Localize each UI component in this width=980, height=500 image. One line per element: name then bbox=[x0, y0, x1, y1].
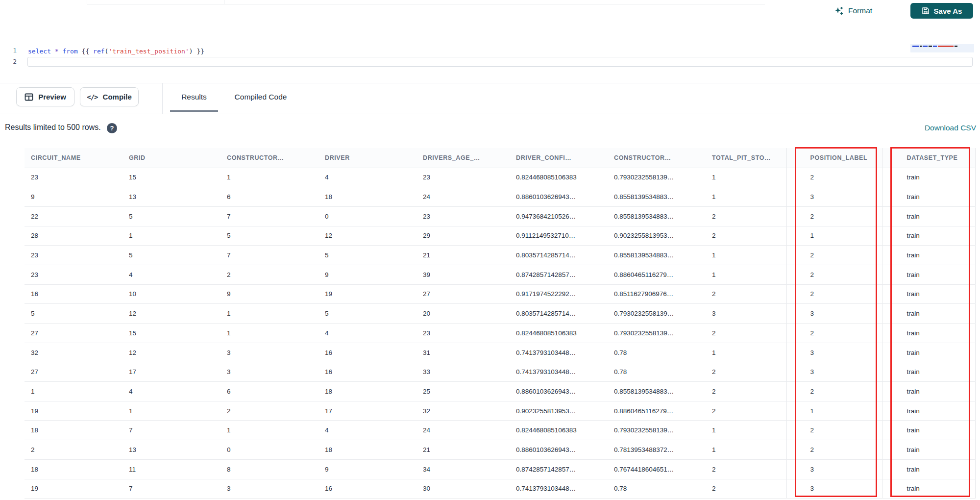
cell: 2 bbox=[706, 324, 786, 343]
cell: 19 bbox=[318, 284, 416, 304]
cell: 1 bbox=[220, 304, 318, 324]
cell: 1 bbox=[220, 324, 318, 343]
help-icon[interactable]: ? bbox=[107, 123, 117, 133]
cell: 13 bbox=[122, 440, 220, 460]
cell: 15 bbox=[122, 168, 220, 187]
cell: train bbox=[882, 284, 975, 304]
cell: 0.7930232558139… bbox=[608, 304, 706, 324]
cell: 1 bbox=[706, 440, 786, 460]
cell: 27 bbox=[24, 324, 122, 343]
cell: 1 bbox=[786, 401, 882, 421]
cell: 0.78 bbox=[608, 479, 706, 499]
cell: 9 bbox=[318, 265, 416, 284]
format-label: Format bbox=[848, 6, 872, 15]
cell: train bbox=[882, 226, 975, 246]
preview-button[interactable]: Preview bbox=[16, 87, 74, 106]
cell: train bbox=[882, 304, 975, 324]
cell: 1 bbox=[122, 226, 220, 246]
cell: 29 bbox=[416, 226, 510, 246]
cell: train bbox=[882, 382, 975, 401]
cell: 2 bbox=[786, 440, 882, 460]
cell: train bbox=[882, 206, 975, 226]
cell: 18 bbox=[318, 187, 416, 207]
cell: 0.8742857142857… bbox=[510, 459, 608, 479]
cell: 0.7930232558139… bbox=[608, 168, 706, 187]
cell: train bbox=[882, 440, 975, 460]
table-row: 14618250.8860103626943…0.8558139534883…2… bbox=[24, 382, 975, 401]
cell: 16 bbox=[318, 343, 416, 362]
cell: 1 bbox=[706, 246, 786, 265]
cell: 0.8860103626943… bbox=[510, 382, 608, 401]
cell: 0.824468085106383 bbox=[510, 324, 608, 343]
cell: train bbox=[882, 421, 975, 440]
cell: 19 bbox=[24, 401, 122, 421]
cell: 0.8511627906976… bbox=[608, 284, 706, 304]
cell: 3 bbox=[220, 343, 318, 362]
cell: 16 bbox=[318, 479, 416, 499]
cell: 5 bbox=[220, 226, 318, 246]
cell: 2 bbox=[706, 284, 786, 304]
cell: 0.824468085106383 bbox=[510, 421, 608, 440]
cell: 12 bbox=[122, 343, 220, 362]
cell: 1 bbox=[706, 168, 786, 187]
cell: 2 bbox=[706, 206, 786, 226]
table-row: 23575210.8035714285714…0.8558139534883…1… bbox=[24, 246, 975, 265]
cell: 5 bbox=[318, 304, 416, 324]
tab-results[interactable]: Results bbox=[170, 87, 218, 106]
cell: 3 bbox=[220, 479, 318, 499]
save-icon bbox=[922, 7, 930, 15]
cell: 18 bbox=[24, 421, 122, 440]
cell: 2 bbox=[786, 168, 882, 187]
code-editor[interactable]: 1 2 select * from {{ ref('train_test_pos… bbox=[0, 20, 980, 83]
column-header: DRIVER bbox=[318, 148, 416, 168]
compile-label: Compile bbox=[103, 93, 132, 101]
cell: 2 bbox=[706, 382, 786, 401]
cell: train bbox=[882, 479, 975, 499]
cell: 2 bbox=[786, 246, 882, 265]
cell: 7 bbox=[122, 479, 220, 499]
cell: 23 bbox=[416, 206, 510, 226]
cell: 0.8558139534883… bbox=[608, 206, 706, 226]
divider bbox=[162, 83, 163, 114]
compile-button[interactable]: </> Compile bbox=[80, 87, 139, 106]
cell: 7 bbox=[220, 206, 318, 226]
format-button[interactable]: Format bbox=[834, 4, 872, 18]
cell: 0.8860103626943… bbox=[510, 440, 608, 460]
cell: 1 bbox=[706, 265, 786, 284]
download-csv-link[interactable]: Download CSV bbox=[925, 124, 976, 132]
cell: 0.8558139534883… bbox=[608, 246, 706, 265]
cell: 24 bbox=[416, 187, 510, 207]
file-tabbar-edge bbox=[87, 4, 765, 4]
cell: 31 bbox=[416, 343, 510, 362]
table-grid-icon bbox=[24, 93, 33, 101]
cell: 1 bbox=[24, 382, 122, 401]
cell: 3 bbox=[786, 479, 882, 499]
results-limit-note: Results limited to 500 rows. bbox=[5, 123, 101, 132]
cell: 23 bbox=[24, 246, 122, 265]
cell: 15 bbox=[122, 324, 220, 343]
code-token-plain bbox=[51, 48, 55, 55]
table-row: 22570230.9473684210526…0.8558139534883…2… bbox=[24, 206, 975, 226]
cell: 0.7813953488372… bbox=[608, 440, 706, 460]
cell: 23 bbox=[416, 324, 510, 343]
tab-compiled-code[interactable]: Compiled Code bbox=[224, 87, 297, 106]
code-token-keyword: from bbox=[62, 48, 77, 55]
cell: 34 bbox=[416, 459, 510, 479]
column-header: DRIVERS_AGE_… bbox=[416, 148, 510, 168]
code-token-function: ref bbox=[93, 48, 104, 55]
cell: 12 bbox=[122, 304, 220, 324]
table-row: 191217320.9023255813953…0.8860465116279…… bbox=[24, 401, 975, 421]
save-as-button[interactable]: Save As bbox=[910, 3, 973, 19]
code-token-plain: }} bbox=[193, 48, 204, 55]
table-row: 913618240.8860103626943…0.8558139534883…… bbox=[24, 187, 975, 207]
table-row: 23429390.8742857142857…0.8860465116279…1… bbox=[24, 265, 975, 284]
cell: 2 bbox=[706, 362, 786, 382]
cell: 3 bbox=[786, 459, 882, 479]
file-tab-divider bbox=[224, 0, 224, 4]
cell: 4 bbox=[318, 168, 416, 187]
cell: 3 bbox=[786, 362, 882, 382]
cell: 32 bbox=[416, 401, 510, 421]
code-token-keyword: select bbox=[28, 48, 51, 55]
sql-code-line[interactable]: select * from {{ ref('train_test_positio… bbox=[28, 47, 204, 56]
cell: 0 bbox=[318, 206, 416, 226]
